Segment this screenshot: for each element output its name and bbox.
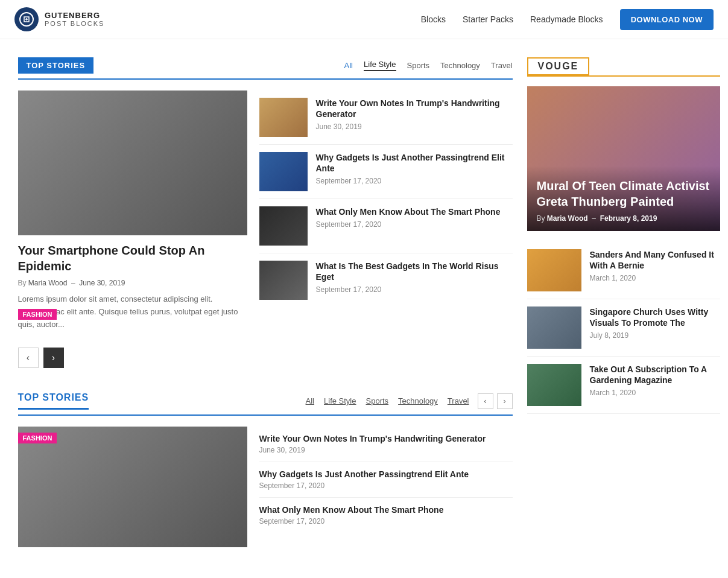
- second-list-item: Why Gadgets Is Just Another Passingtrend…: [259, 462, 513, 498]
- vouge-thumb-2: [527, 306, 581, 349]
- vouge-main-meta: By Maria Wood – February 8, 2019: [537, 214, 711, 223]
- second-next-button[interactable]: ›: [497, 393, 513, 409]
- side-thumb-1: [259, 98, 308, 137]
- second-stories-section: TOP STORIES All Life Style Sports Techno…: [18, 392, 513, 547]
- top-stories-section: TOP STORIES All Life Style Sports Techno…: [18, 57, 513, 368]
- second-list-date-3: September 17, 2020: [259, 517, 513, 526]
- second-list-date-1: June 30, 2019: [259, 446, 513, 454]
- nav-readymade-blocks[interactable]: Readymade Blocks: [530, 14, 603, 24]
- list-item: What Only Men Know About The Smart Phone…: [259, 199, 513, 253]
- second-arrows: ‹ ›: [478, 393, 513, 409]
- main-nav: Blocks Starter Packs Readymade Blocks DO…: [421, 9, 714, 30]
- vouge-main-card: Mural Of Teen Climate Activist Greta Thu…: [527, 86, 720, 231]
- nav-starter-packs[interactable]: Starter Packs: [463, 14, 513, 24]
- site-header: GUTENBERG POST BLOCKS Blocks Starter Pac…: [0, 0, 728, 39]
- vouge-thumb-3: [527, 364, 581, 406]
- filter-all[interactable]: All: [344, 61, 353, 70]
- side-thumb-2: [259, 152, 308, 191]
- side-item-date-4: September 17, 2020: [316, 285, 513, 294]
- prev-button[interactable]: ‹: [18, 348, 39, 368]
- vouge-list-date-1: March 1, 2020: [590, 274, 720, 282]
- stories-grid: FASHION Your Smartphone Could Stop An Ep…: [18, 91, 513, 368]
- main-container: TOP STORIES All Life Style Sports Techno…: [8, 39, 720, 565]
- vouge-list-content-3: Take Out A Subscription To A Gardening M…: [590, 364, 720, 397]
- second-filter-sports[interactable]: Sports: [366, 396, 389, 405]
- side-thumb-3: [259, 206, 308, 246]
- filter-lifestyle[interactable]: Life Style: [364, 60, 396, 71]
- side-item-content-4: What Is The Best Gadgets In The World Ri…: [316, 261, 513, 294]
- vouge-list-item: Singapore Church Uses Witty Visuals To P…: [527, 299, 720, 357]
- side-item-title-4: What Is The Best Gadgets In The World Ri…: [316, 261, 513, 282]
- vouge-thumb-1: [527, 249, 581, 291]
- story-meta: By Maria Wood – June 30, 2019: [18, 279, 247, 287]
- second-list-title-3: What Only Men Know About The Smart Phone: [259, 505, 513, 515]
- two-col-layout: TOP STORIES All Life Style Sports Techno…: [18, 57, 711, 547]
- filter-technology[interactable]: Technology: [440, 61, 480, 70]
- second-section-title: TOP STORIES: [18, 392, 89, 410]
- right-column: VOUGE Mural Of Teen Climate Activist Gre…: [527, 57, 720, 547]
- logo-sub: POST BLOCKS: [45, 20, 104, 28]
- section-header: TOP STORIES All Life Style Sports Techno…: [18, 57, 513, 80]
- story-author: Maria Wood: [28, 279, 67, 287]
- vouge-list-content-2: Singapore Church Uses Witty Visuals To P…: [590, 306, 720, 340]
- second-section-header: TOP STORIES All Life Style Sports Techno…: [18, 392, 513, 416]
- logo-title: GUTENBERG: [45, 11, 104, 21]
- second-filter-lifestyle[interactable]: Life Style: [324, 396, 356, 405]
- second-main-image-wrap: FASHION: [18, 427, 247, 547]
- second-list: Write Your Own Notes In Trump's Handwrit…: [259, 427, 513, 547]
- vouge-title: VOUGE: [527, 57, 590, 75]
- main-story-title: Your Smartphone Could Stop An Epidemic: [18, 243, 247, 274]
- logo-icon: [14, 7, 39, 31]
- side-item-content-2: Why Gadgets Is Just Another Passingtrend…: [316, 152, 513, 185]
- second-filter-technology[interactable]: Technology: [398, 396, 438, 405]
- side-item-content-1: Write Your Own Notes In Trump's Handwrit…: [316, 98, 513, 131]
- next-button[interactable]: ›: [43, 348, 64, 368]
- vouge-list-title-1: Sanders And Many Confused It With A Bern…: [590, 249, 720, 271]
- fashion-badge: FASHION: [18, 309, 57, 320]
- side-item-title-1: Write Your Own Notes In Trump's Handwrit…: [316, 98, 513, 119]
- side-item-content-3: What Only Men Know About The Smart Phone…: [316, 206, 501, 229]
- filter-travel[interactable]: Travel: [491, 61, 513, 70]
- side-item-date-3: September 17, 2020: [316, 220, 501, 229]
- vouge-date: February 8, 2019: [600, 214, 657, 223]
- list-item: Write Your Own Notes In Trump's Handwrit…: [259, 91, 513, 145]
- side-item-date-1: June 30, 2019: [316, 122, 513, 131]
- second-filter-travel[interactable]: Travel: [448, 396, 469, 405]
- second-filter-all[interactable]: All: [306, 396, 314, 405]
- side-item-title-3: What Only Men Know About The Smart Phone: [316, 206, 501, 217]
- side-item-date-2: September 17, 2020: [316, 177, 513, 185]
- left-column: TOP STORIES All Life Style Sports Techno…: [18, 57, 513, 547]
- main-story: FASHION Your Smartphone Could Stop An Ep…: [18, 91, 247, 368]
- vouge-author: Maria Wood: [547, 214, 588, 223]
- second-list-title-1: Write Your Own Notes In Trump's Handwrit…: [259, 434, 513, 443]
- vouge-list-item: Take Out A Subscription To A Gardening M…: [527, 357, 720, 414]
- nav-blocks[interactable]: Blocks: [421, 14, 446, 24]
- download-button[interactable]: DOWNLOAD NOW: [620, 9, 714, 30]
- logo-area: GUTENBERG POST BLOCKS: [14, 7, 104, 31]
- vouge-header: VOUGE: [527, 57, 720, 77]
- main-story-image: [18, 91, 247, 235]
- second-prev-button[interactable]: ‹: [478, 393, 493, 409]
- filter-sports[interactable]: Sports: [407, 61, 430, 70]
- second-list-item: What Only Men Know About The Smart Phone…: [259, 498, 513, 533]
- vouge-list-date-2: July 8, 2019: [590, 331, 720, 340]
- side-item-title-2: Why Gadgets Is Just Another Passingtrend…: [316, 152, 513, 174]
- vouge-main-title: Mural Of Teen Climate Activist Greta Thu…: [537, 178, 711, 209]
- vouge-overlay: Mural Of Teen Climate Activist Greta Thu…: [527, 166, 720, 231]
- second-grid: FASHION Write Your Own Notes In Trump's …: [18, 427, 513, 547]
- vouge-list-content-1: Sanders And Many Confused It With A Bern…: [590, 249, 720, 282]
- list-item: What Is The Best Gadgets In The World Ri…: [259, 253, 513, 307]
- side-thumb-4: [259, 261, 308, 300]
- second-list-date-2: September 17, 2020: [259, 481, 513, 490]
- logo-text: GUTENBERG POST BLOCKS: [45, 11, 104, 28]
- main-story-content: Your Smartphone Could Stop An Epidemic B…: [18, 235, 247, 338]
- second-list-title-2: Why Gadgets Is Just Another Passingtrend…: [259, 469, 513, 479]
- nav-arrows: ‹ ›: [18, 348, 247, 368]
- vouge-list-date-3: March 1, 2020: [590, 389, 720, 397]
- vouge-list-title-3: Take Out A Subscription To A Gardening M…: [590, 364, 720, 386]
- side-list: Write Your Own Notes In Trump's Handwrit…: [259, 91, 513, 368]
- second-fashion-badge: FASHION: [18, 433, 57, 443]
- filter-tabs: All Life Style Sports Technology Travel: [344, 60, 513, 71]
- second-list-item: Write Your Own Notes In Trump's Handwrit…: [259, 427, 513, 462]
- vouge-list-item: Sanders And Many Confused It With A Bern…: [527, 242, 720, 299]
